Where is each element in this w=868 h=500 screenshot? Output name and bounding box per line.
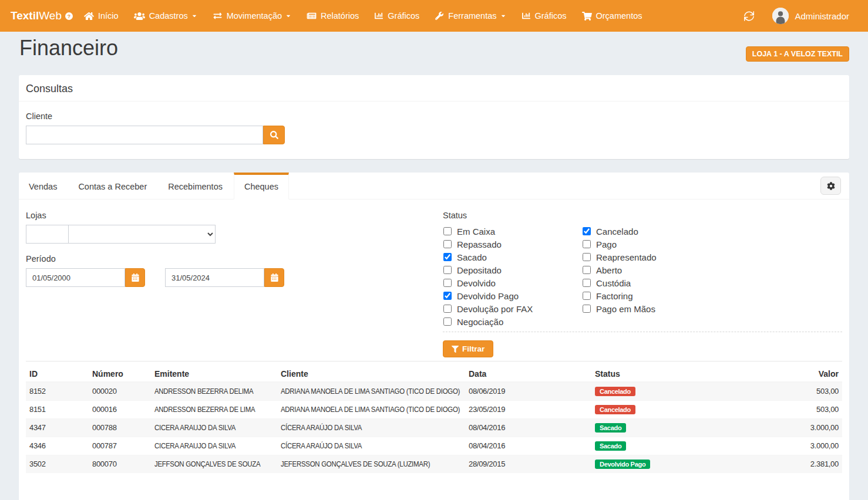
status-option-devolvido[interactable]: Devolvido: [443, 276, 582, 289]
status-option-devolu-o-por-fax[interactable]: Devolução por FAX: [443, 302, 582, 315]
refresh-icon: [743, 11, 755, 21]
help-question-icon[interactable]: ?: [65, 12, 73, 20]
nav-item-cadastros-1[interactable]: Cadastros: [126, 0, 205, 32]
status-checkbox[interactable]: [583, 292, 591, 300]
cell-status: Cancelado: [591, 382, 718, 401]
caret-down-icon: [500, 13, 506, 19]
col-header-id: ID: [26, 364, 89, 382]
cliente-search-button[interactable]: [263, 126, 285, 144]
tab-contas-a-receber[interactable]: Contas a Receber: [68, 173, 157, 200]
status-option-pago[interactable]: Pago: [582, 238, 721, 251]
nav-item-label: Início: [98, 11, 119, 21]
status-checkbox[interactable]: [443, 305, 452, 313]
cell-status: Sacado: [591, 419, 718, 437]
search-icon: [270, 131, 278, 139]
nav-item-gr-ficos-4[interactable]: Gráficos: [366, 0, 427, 32]
date-to-input[interactable]: [165, 268, 264, 287]
status-checkbox-label: Factoring: [596, 291, 633, 301]
nav-item-label: Cadastros: [149, 11, 188, 21]
lojas-code-input[interactable]: [26, 225, 69, 244]
nav-item-label: Relatórios: [321, 11, 359, 21]
status-option-depositado[interactable]: Depositado: [443, 263, 582, 276]
cell-status: Cancelado: [591, 401, 718, 419]
nav-item-ferramentas-5[interactable]: Ferramentas: [427, 0, 513, 32]
exchange-icon: [213, 12, 223, 20]
tab-cheques[interactable]: Cheques: [234, 173, 289, 200]
filtrar-button[interactable]: Filtrar: [443, 340, 493, 357]
cell-cliente: CÍCERA ARAÚJO DA SILVA: [277, 419, 465, 437]
nav-item-or-amentos-7[interactable]: Orçamentos: [574, 0, 650, 32]
chart-icon: [522, 12, 531, 20]
status-option-em-caixa[interactable]: Em Caixa: [443, 225, 582, 238]
status-checkbox[interactable]: [583, 266, 591, 274]
status-checkbox-label: Custódia: [596, 278, 631, 288]
date-from-calendar-button[interactable]: [125, 268, 145, 287]
cell-data: 08/04/2016: [465, 437, 591, 455]
brand-logo[interactable]: TextilWeb ?: [0, 9, 73, 22]
status-label: Status: [443, 211, 842, 220]
status-checkbox[interactable]: [443, 266, 452, 274]
status-option-cancelado[interactable]: Cancelado: [582, 225, 721, 238]
status-option-sacado[interactable]: Sacado: [443, 251, 582, 263]
consultas-title: Consultas: [26, 83, 73, 94]
store-button[interactable]: LOJA 1 - A VELOZ TEXTIL: [746, 46, 849, 62]
status-col2: CanceladoPagoReapresentadoAbertoCustódia…: [582, 225, 721, 328]
status-checkbox-label: Depositado: [457, 265, 502, 275]
table-row: 4347000788CICERA ARAUJO DA SILVACÍCERA A…: [26, 419, 842, 437]
table-body: 8152000020ANDRESSON BEZERRA DELIMAADRIAN…: [26, 382, 842, 473]
settings-button[interactable]: [820, 177, 841, 195]
status-option-factoring[interactable]: Factoring: [582, 289, 721, 302]
status-checkbox[interactable]: [583, 279, 591, 287]
tab-vendas[interactable]: Vendas: [19, 173, 67, 200]
wrench-icon: [435, 12, 444, 20]
cell-valor: 2.381,00: [718, 455, 842, 474]
status-option-devolvido-pago[interactable]: Devolvido Pago: [443, 289, 582, 302]
status-checkbox[interactable]: [443, 279, 452, 287]
cell-status: Devolvido Pago: [591, 455, 718, 474]
lojas-select[interactable]: [69, 225, 216, 244]
nav-item-in-cio-0[interactable]: Início: [76, 0, 126, 32]
status-checkbox[interactable]: [443, 227, 452, 235]
status-checkbox[interactable]: [583, 305, 591, 313]
nav-item-relat-rios-3[interactable]: Relatórios: [299, 0, 366, 32]
nav-item-label: Orçamentos: [596, 11, 642, 21]
status-checkbox-label: Cancelado: [596, 227, 638, 237]
calendar-icon: [132, 273, 139, 282]
user-menu[interactable]: Administrador: [772, 0, 849, 32]
status-checkbox[interactable]: [583, 240, 591, 248]
date-to-calendar-button[interactable]: [264, 268, 284, 287]
col-header-emitente: Emitente: [151, 364, 277, 382]
col-header-status: Status: [591, 364, 718, 382]
nav-item-gr-ficos-6[interactable]: Gráficos: [514, 0, 574, 32]
cell-cliente: JEFERSSON GONÇALVES DE SOUZA (LUZIMAR): [277, 455, 465, 474]
nav-menu: InícioCadastrosMovimentaçãoRelatóriosGrá…: [76, 0, 650, 32]
status-badge: Sacado: [595, 441, 626, 451]
status-option-cust-dia[interactable]: Custódia: [582, 276, 721, 289]
cell-cliente: CÍCERA ARAÚJO DA SILVA: [277, 437, 465, 455]
nav-item-label: Movimentação: [227, 11, 282, 21]
periodo-label: Período: [26, 254, 425, 263]
status-checkbox[interactable]: [443, 240, 452, 248]
status-checkbox[interactable]: [583, 227, 591, 235]
status-option-aberto[interactable]: Aberto: [582, 263, 721, 276]
status-option-negocia-o[interactable]: Negociação: [443, 315, 582, 328]
refresh-button[interactable]: [743, 0, 755, 32]
cell-id: 4347: [26, 419, 89, 437]
status-checkbox[interactable]: [443, 292, 452, 300]
status-checkbox-label: Sacado: [457, 252, 487, 262]
status-badge: Cancelado: [595, 387, 635, 396]
cell-emitente: CICERA ARAUJO DA SILVA: [151, 437, 277, 455]
status-checkbox[interactable]: [443, 317, 452, 326]
status-checkbox[interactable]: [583, 253, 591, 261]
status-option-reapresentado[interactable]: Reapresentado: [582, 251, 721, 263]
avatar: [772, 8, 789, 24]
cell-valor: 3.000,00: [718, 419, 842, 437]
date-from-input[interactable]: [26, 268, 125, 287]
status-option-repassado[interactable]: Repassado: [443, 238, 582, 251]
cell-data: 23/05/2019: [465, 401, 591, 419]
nav-item-movimenta-o-2[interactable]: Movimentação: [205, 0, 299, 32]
status-checkbox[interactable]: [443, 253, 452, 261]
cliente-input[interactable]: [26, 126, 263, 144]
tab-recebimentos[interactable]: Recebimentos: [158, 173, 233, 200]
status-option-pago-em-m-os[interactable]: Pago em Mãos: [582, 302, 721, 315]
